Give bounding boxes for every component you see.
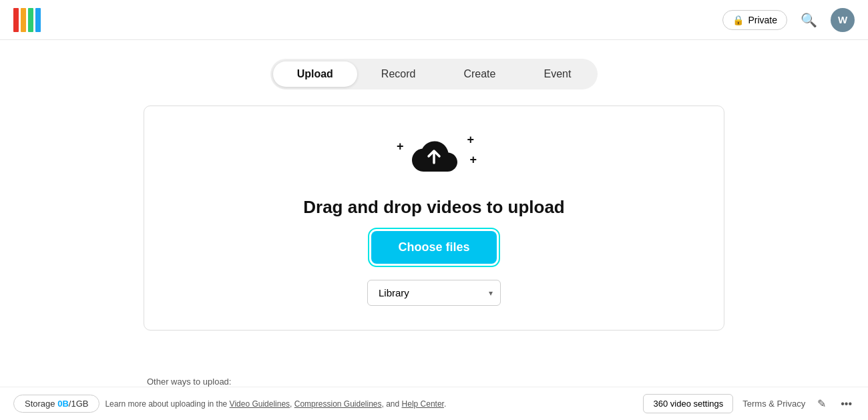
sparkle-icon-left: + bbox=[397, 140, 404, 154]
terms-privacy-link[interactable]: Terms & Privacy bbox=[742, 399, 805, 409]
sparkle-icon-mid-right: + bbox=[469, 153, 477, 167]
main-content: + + + Drag and drop videos to upload Cho… bbox=[0, 106, 868, 331]
logo-bar-red bbox=[13, 8, 19, 32]
tabs-group: Upload Record Create Event bbox=[270, 59, 598, 89]
app-header: 🔒 Private 🔍 W bbox=[0, 0, 868, 40]
storage-total: 1GB bbox=[71, 399, 88, 409]
cloud-upload-icon bbox=[411, 138, 457, 182]
storage-label: Storage bbox=[25, 399, 55, 409]
tab-upload[interactable]: Upload bbox=[273, 61, 357, 87]
logo-bar-blue bbox=[35, 8, 41, 32]
upload-icon-area: + + + bbox=[394, 133, 474, 186]
search-button[interactable]: 🔍 bbox=[798, 9, 820, 31]
compression-guidelines-link[interactable]: Compression Guidelines bbox=[294, 399, 382, 409]
dots-icon: ••• bbox=[841, 398, 852, 409]
other-ways-text: Other ways to upload: bbox=[147, 377, 231, 387]
library-selector[interactable]: Library My Videos Team Library ▾ bbox=[367, 280, 501, 306]
storage-used: 0B bbox=[57, 399, 69, 409]
logo-bar-green bbox=[28, 8, 33, 32]
edit-icon: ✎ bbox=[817, 398, 826, 409]
tab-event[interactable]: Event bbox=[519, 61, 595, 87]
tab-create[interactable]: Create bbox=[439, 61, 519, 87]
header-right: 🔒 Private 🔍 W bbox=[722, 8, 855, 32]
footer-info: Learn more about uploading in the Video … bbox=[105, 399, 446, 409]
storage-badge: Storage 0B/1GB bbox=[13, 395, 99, 413]
logo-bar-orange bbox=[21, 8, 26, 32]
choose-files-button[interactable]: Choose files bbox=[371, 231, 496, 264]
library-select[interactable]: Library My Videos Team Library bbox=[367, 280, 501, 306]
sparkle-icon-top-right: + bbox=[467, 133, 474, 147]
private-button[interactable]: 🔒 Private bbox=[722, 10, 787, 30]
footer-right: 360 video settings Terms & Privacy ✎ ••• bbox=[643, 394, 855, 413]
app-logo bbox=[13, 8, 41, 32]
edit-icon-button[interactable]: ✎ bbox=[815, 395, 829, 413]
footer-bar: Storage 0B/1GB Learn more about uploadin… bbox=[0, 387, 868, 420]
more-options-button[interactable]: ••• bbox=[838, 395, 855, 413]
tab-record[interactable]: Record bbox=[357, 61, 440, 87]
video-guidelines-link[interactable]: Video Guidelines bbox=[230, 399, 290, 409]
search-icon: 🔍 bbox=[801, 13, 817, 27]
avatar[interactable]: W bbox=[831, 8, 855, 32]
upload-dropzone[interactable]: + + + Drag and drop videos to upload Cho… bbox=[144, 106, 724, 331]
lock-icon: 🔒 bbox=[732, 15, 744, 25]
footer-left: Storage 0B/1GB Learn more about uploadin… bbox=[13, 395, 446, 413]
tabs-container: Upload Record Create Event bbox=[0, 59, 868, 89]
help-center-link[interactable]: Help Center bbox=[402, 399, 444, 409]
drag-drop-text: Drag and drop videos to upload bbox=[303, 197, 564, 218]
video-settings-button[interactable]: 360 video settings bbox=[643, 394, 733, 413]
private-label: Private bbox=[748, 15, 777, 25]
